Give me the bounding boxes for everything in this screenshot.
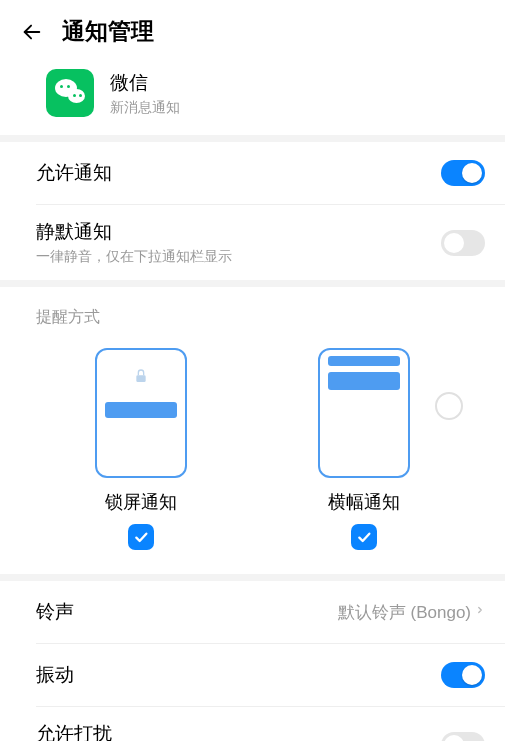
alert-style-title: 提醒方式	[0, 287, 505, 338]
alert-options-row: 锁屏通知 横幅通知	[0, 338, 505, 574]
ringtone-value-wrap: 默认铃声 (Bongo)	[338, 601, 485, 624]
vibration-label: 振动	[36, 662, 74, 688]
silent-notifications-row[interactable]: 静默通知 一律静音，仅在下拉通知栏显示	[0, 205, 505, 280]
check-icon	[356, 529, 372, 545]
lock-icon	[133, 368, 149, 384]
allow-disturb-switch[interactable]	[441, 732, 485, 742]
allow-disturb-row[interactable]: 允许打扰 开启免打扰后，允许继续接收通知	[0, 707, 505, 741]
banner-label: 横幅通知	[328, 490, 400, 514]
lockscreen-option[interactable]: 锁屏通知	[61, 348, 221, 550]
ringtone-label: 铃声	[36, 599, 74, 625]
banner-checkbox[interactable]	[351, 524, 377, 550]
vibration-row[interactable]: 振动	[0, 644, 505, 706]
banner-option[interactable]: 横幅通知	[284, 348, 444, 550]
notification-toggle-section: 允许通知 静默通知 一律静音，仅在下拉通知栏显示	[0, 135, 505, 280]
ringtone-value: 默认铃声 (Bongo)	[338, 601, 471, 624]
wechat-app-icon	[46, 69, 94, 117]
back-button[interactable]	[20, 20, 44, 44]
allow-notifications-switch[interactable]	[441, 160, 485, 186]
banner-preview	[318, 348, 410, 478]
chevron-right-icon	[475, 602, 485, 622]
allow-disturb-label: 允许打扰	[36, 721, 246, 741]
silent-notifications-label: 静默通知	[36, 219, 232, 245]
floating-circle-icon	[435, 392, 463, 420]
lockscreen-preview	[95, 348, 187, 478]
app-info-row: 微信 新消息通知	[0, 59, 505, 135]
silent-notifications-switch[interactable]	[441, 230, 485, 256]
allow-notifications-row[interactable]: 允许通知	[0, 142, 505, 204]
app-name: 微信	[110, 70, 180, 96]
ringtone-row[interactable]: 铃声 默认铃声 (Bongo)	[0, 581, 505, 643]
header-bar: 通知管理	[0, 0, 505, 59]
app-info-text: 微信 新消息通知	[110, 70, 180, 117]
lockscreen-label: 锁屏通知	[105, 490, 177, 514]
vibration-switch[interactable]	[441, 662, 485, 688]
svg-rect-1	[137, 375, 146, 382]
app-subtitle: 新消息通知	[110, 99, 180, 117]
check-icon	[133, 529, 149, 545]
lockscreen-checkbox[interactable]	[128, 524, 154, 550]
sound-section: 铃声 默认铃声 (Bongo) 振动 允许打扰 开启免打扰后，允许继续接收通知	[0, 574, 505, 741]
alert-style-section: 提醒方式 锁屏通知 横幅通知	[0, 280, 505, 574]
back-arrow-icon	[21, 21, 43, 43]
allow-notifications-label: 允许通知	[36, 160, 112, 186]
page-title: 通知管理	[62, 16, 154, 47]
silent-notifications-sub: 一律静音，仅在下拉通知栏显示	[36, 248, 232, 266]
